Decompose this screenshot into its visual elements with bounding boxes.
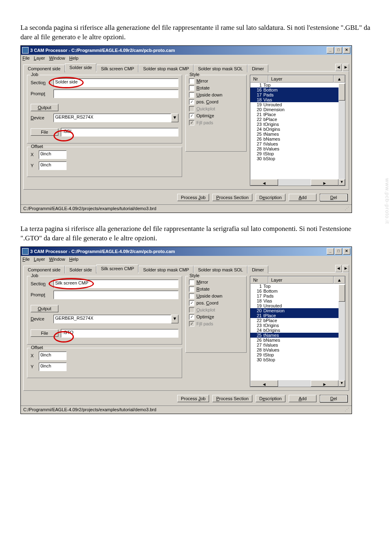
layer-row[interactable]: 16Bottom [250,87,345,92]
maximize-button[interactable]: □ [335,47,342,54]
tab-stop-cmp[interactable]: Solder stop mask CMP [138,65,193,72]
layer-row[interactable]: 29tStop [250,151,345,156]
layer-row[interactable]: 27tValues [250,141,345,146]
file-button[interactable]: File [31,128,58,136]
layer-list[interactable]: Nr Layer ▲ 1Top16Bottom17Pads18Vias19Unr… [250,75,345,186]
tab-solder-side[interactable]: Solder side [65,63,96,72]
device-dropdown-button[interactable]: ▼ [171,315,178,323]
tab-stop-sol[interactable]: Solder stop mask SOL [194,266,247,273]
description-button[interactable]: Description [256,194,285,201]
layer-row[interactable]: 24bOrigins [250,127,345,132]
menu-layer[interactable]: Layer [34,56,45,60]
optimize-checkbox[interactable]: ✓ [189,113,194,119]
layer-row[interactable]: 18Vias [250,298,345,303]
layer-list[interactable]: Nr Layer ▲ 1Top16Bottom17Pads18Vias19Unr… [250,276,345,387]
description-button[interactable]: Description [256,395,285,402]
layer-row[interactable]: 28bValues [250,347,345,352]
output-button[interactable]: Output [31,104,58,111]
device-dropdown-button[interactable]: ▼ [171,114,178,122]
layer-hscroll[interactable]: ◄► [250,179,339,186]
tab-stop-cmp[interactable]: Solder stop mask CMP [138,266,193,273]
close-button[interactable]: ✕ [343,47,350,54]
tab-scroll-left[interactable]: ◄ [335,265,342,272]
tab-dimension[interactable]: Dimer [247,266,268,273]
layer-row[interactable]: 26bNames [250,137,345,141]
layer-row[interactable]: 25tNames [250,333,345,338]
titlebar[interactable]: 3 CAM Processor - C:/Programmi/EAGLE-4.0… [21,247,352,256]
poscoord-checkbox[interactable]: ✓ [189,300,194,306]
layer-row[interactable]: 21tPlace [250,112,345,117]
tab-scroll-right[interactable]: ► [343,265,349,272]
prompt-input[interactable] [53,291,178,299]
offset-y-input[interactable]: 0inch [39,161,67,170]
rotate-checkbox[interactable] [189,85,194,91]
poscoord-checkbox[interactable]: ✓ [189,99,194,105]
layer-row[interactable]: 19Unrouted [250,102,345,107]
layer-row[interactable]: 26bNames [250,338,345,343]
close-button[interactable]: ✕ [343,248,350,255]
layer-row[interactable]: 30bStop [250,357,345,362]
maximize-button[interactable]: □ [335,248,342,255]
layer-row[interactable]: 28bValues [250,146,345,151]
layer-row[interactable]: 16Bottom [250,289,345,293]
offset-x-input[interactable]: 0inch [39,352,67,360]
file-input[interactable]: .GTO [61,329,178,338]
tab-scroll-left[interactable]: ◄ [335,64,342,71]
add-button[interactable]: Add [289,194,316,201]
tab-silk-cmp[interactable]: Silk screen CMP [96,264,138,273]
layer-vscroll[interactable]: ▼ [339,284,345,387]
layer-hscroll[interactable]: ◄► [250,380,339,387]
del-button[interactable]: Del [320,395,347,402]
file-button[interactable]: File [31,329,58,337]
minimize-button[interactable]: _ [327,248,334,255]
process-section-button[interactable]: Process Section [212,194,252,201]
layer-row[interactable]: 20Dimension [250,107,345,112]
layer-row[interactable]: 19Unrouted [250,303,345,308]
upside-checkbox[interactable] [189,293,194,299]
output-button[interactable]: Output [31,305,58,312]
minimize-button[interactable]: _ [327,47,334,54]
rotate-checkbox[interactable] [189,287,194,292]
tab-silk-cmp[interactable]: Silk screen CMP [96,65,138,72]
layer-row[interactable]: 17Pads [250,92,345,97]
add-button[interactable]: Add [289,395,316,402]
device-select[interactable]: GERBER_RS274X [53,315,171,323]
upside-checkbox[interactable] [189,92,194,98]
layer-row[interactable]: 23tOrigins [250,122,345,127]
tab-scroll-right[interactable]: ► [343,64,349,71]
layer-row[interactable]: 21tPlace [250,313,345,318]
layer-row[interactable]: 25tNames [250,132,345,137]
menu-help[interactable]: Help [69,257,78,262]
offset-x-input[interactable]: 0inch [39,150,67,159]
process-job-button[interactable]: Process Job [177,395,209,402]
layer-row[interactable]: 24bOrigins [250,328,345,333]
layer-row[interactable]: 18Vias [250,97,345,102]
layer-row[interactable]: 22bPlace [250,117,345,122]
layer-row[interactable]: 17Pads [250,293,345,298]
mirror-checkbox[interactable] [189,78,194,84]
titlebar[interactable]: 3 CAM Processor - C:/Programmi/EAGLE-4.0… [21,46,352,55]
menu-file[interactable]: File [22,257,30,262]
del-button[interactable]: Del [320,194,347,201]
resize-grip[interactable]: ⋰ [345,407,349,412]
menu-help[interactable]: Help [69,56,78,60]
layer-row[interactable]: 23tOrigins [250,323,345,328]
file-input[interactable]: .GBL [61,128,178,137]
tab-stop-sol[interactable]: Solder stop mask SOL [194,65,247,72]
layer-row[interactable]: 29tStop [250,352,345,357]
process-job-button[interactable]: Process Job [177,194,209,201]
layer-col-scroll-up[interactable]: ▲ [334,75,345,83]
layer-col-nr[interactable]: Nr [250,276,268,284]
layer-row[interactable]: 1Top [250,284,345,289]
layer-row[interactable]: 20Dimension [250,308,345,313]
menu-window[interactable]: Window [49,257,65,262]
layer-row[interactable]: 1Top [250,83,345,87]
tab-solder-side[interactable]: Solder side [65,266,96,273]
layer-vscroll[interactable]: ▼ [339,83,345,186]
optimize-checkbox[interactable]: ✓ [189,314,194,320]
layer-col-layer[interactable]: Layer [268,75,334,83]
layer-row[interactable]: 30bStop [250,156,345,161]
section-input[interactable]: Solder side [53,78,178,87]
layer-col-scroll-up[interactable]: ▲ [334,276,345,284]
prompt-input[interactable] [53,90,178,98]
